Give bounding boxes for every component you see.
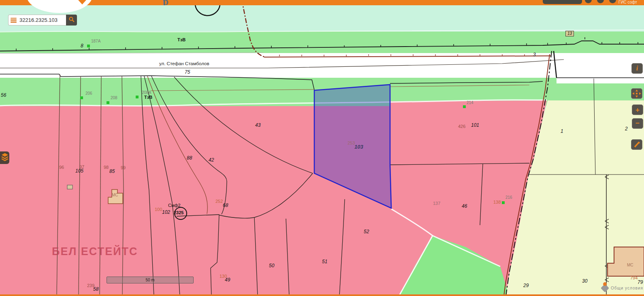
map-label-252: 252 [215,199,223,204]
map-label-79: 79 [638,280,643,285]
search-button[interactable] [66,15,77,26]
pan-icon [632,89,641,98]
map-label-МС: МС [112,193,118,197]
small-symbol [67,185,73,189]
map-label-Смф2: Смф2 [168,203,181,208]
map-label-56: 56 [1,93,6,98]
map-label-100: 100 [155,207,162,212]
map-label-794: 794 [630,276,638,280]
zoom-out-button[interactable]: − [632,118,643,129]
footer-line [0,294,644,296]
menu-icon[interactable] [11,18,17,23]
address-point-marker [502,201,505,204]
address-point-marker [463,105,466,108]
map-label-29: 29 [523,283,529,288]
map-label-101: 101 [471,123,479,128]
zone-mint [0,5,644,32]
map-label-208А: 208А [142,91,151,95]
terms-logo-icon [601,284,609,292]
map-label-50: 50 [269,263,274,268]
search-input[interactable] [19,17,64,23]
map-label-1: 1 [561,129,563,134]
map-label-30: 30 [582,279,587,283]
map-label-75: 75 [185,70,190,75]
map-label-46: 46 [462,204,467,209]
search-field [8,15,66,26]
map-label-105: 105 [75,168,83,173]
header-button[interactable] [543,0,582,4]
logo-letter: р [163,0,168,5]
map-label-51: 51 [322,259,327,264]
map-label-216: 216 [505,196,512,200]
map-label-96: 96 [59,165,64,170]
info-icon: i [636,65,638,72]
map-label-2325: 2325 [174,211,183,215]
map-label-52: 52 [364,229,369,234]
map-label-2: 2 [625,126,628,131]
map-label-ТзВ: ТзВ [144,95,152,100]
pan-button[interactable] [631,88,642,99]
address-point-marker [87,45,90,47]
address-point-marker [136,96,139,98]
map-label-43: 43 [255,123,260,128]
layers-icon [1,152,9,162]
plus-icon: + [635,106,640,114]
terms-link[interactable]: Общи условия [602,285,643,291]
map-label-13: 13 [565,31,574,36]
map-label-187А: 187А [91,39,100,43]
map-label-68: 68 [223,203,228,208]
search-widget [8,15,77,26]
map-label-103: 103 [354,144,363,149]
gis-map-app: ул. Стефан Стамболов75187А8ТзВ1335620620… [0,0,644,296]
map-label-85: 85 [109,169,115,174]
map-label-102: 102 [162,210,170,215]
edit-button[interactable] [631,139,642,150]
map-label-138: 138 [493,200,501,204]
search-icon [68,16,75,23]
map-label-208: 208 [111,96,117,100]
map-label-99: 99 [121,166,126,170]
map-label-3: 3 [533,52,536,57]
map-label-42: 42 [209,158,214,162]
map-label-58: 58 [93,287,98,292]
pencil-icon [633,141,641,149]
layers-button[interactable] [0,151,9,164]
map-label-426: 426 [458,124,465,129]
map-label-ул. Стефан Стамболов: ул. Стефан Стамболов [159,62,209,66]
map-label-214: 214 [467,101,473,105]
map-label-ТзВ: ТзВ [177,38,186,42]
map-label-МС: МС [627,263,633,267]
minus-icon: − [635,119,640,127]
brand-text: ГИС софт [618,0,637,4]
zoom-in-button[interactable]: + [632,104,643,115]
map-label-8: 8 [81,43,83,48]
map-label-206: 206 [85,92,92,96]
map-label-253: 253 [348,141,355,145]
map-label-88: 88 [187,155,192,160]
watermark: БЕЛ ЕСТЕЙТС [52,245,138,258]
scale-bar: 50 m [107,277,194,283]
map-label-137: 137 [433,201,440,206]
address-point-marker [107,101,109,104]
info-button[interactable]: i [631,63,643,74]
map-label-98: 98 [104,165,109,170]
map-label-49: 49 [225,277,230,282]
terms-label: Общи условия [611,286,643,290]
address-point-marker [80,96,83,99]
